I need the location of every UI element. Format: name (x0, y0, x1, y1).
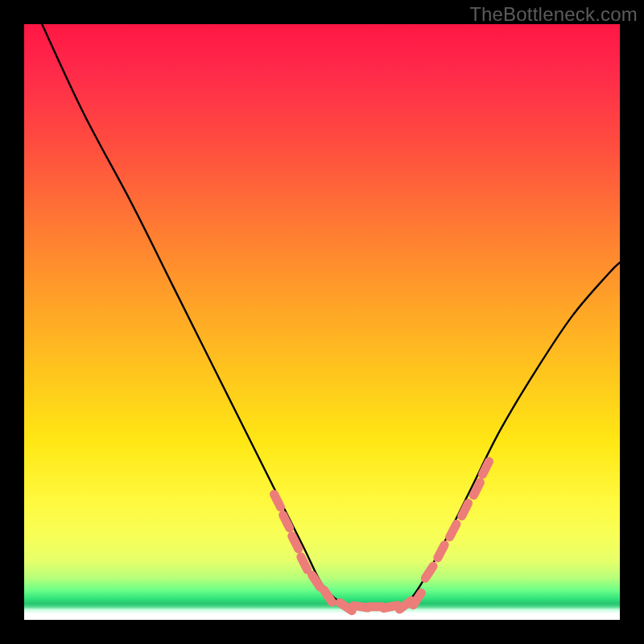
marker-tick (483, 461, 489, 474)
marker-tick (425, 566, 433, 578)
marker-tick (473, 482, 480, 495)
marker-tick (283, 515, 290, 528)
marker-tick (275, 494, 281, 507)
plot-area (24, 24, 620, 620)
curve-path (42, 24, 620, 609)
marker-tick (450, 524, 456, 537)
chart-stage: TheBottleneck.com (0, 0, 644, 644)
chart-svg (24, 24, 620, 620)
marker-tick (462, 503, 469, 516)
marker-tick (301, 557, 308, 570)
marker-tick (324, 590, 332, 602)
watermark-text: TheBottleneck.com (469, 3, 638, 26)
marker-layer (275, 461, 489, 610)
marker-tick (438, 545, 444, 558)
marker-tick (292, 536, 299, 549)
